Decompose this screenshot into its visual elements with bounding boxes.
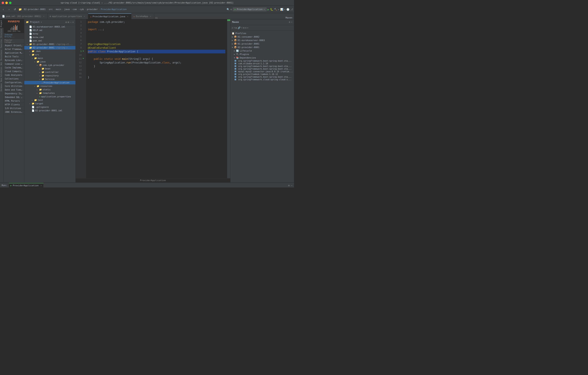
tab-provider-application[interactable]: ☕ ProviderApplication.java × <box>88 13 132 19</box>
cat-app-metrics[interactable]: Application Metric... <box>4 51 24 55</box>
run-tab-close[interactable]: × <box>41 184 42 187</box>
tab-pom-xml[interactable]: 📄 pom.xml (02-provider-8081) × <box>0 13 47 19</box>
window-controls[interactable] <box>2 2 11 4</box>
tree-mvnw-cmd[interactable]: 📄 mvnw.cmd <box>24 36 75 39</box>
dep-spring-boot-1[interactable]: org.springframework.boot:spring-boot-sta… <box>231 60 294 62</box>
tree-02-provider[interactable]: ▾ 📁 02-provider-8081 ~/spring-c... <box>24 46 75 50</box>
build-icon[interactable]: 🔨 <box>274 8 277 11</box>
coverage-icon[interactable]: ✔ <box>278 8 279 11</box>
cat-io-utils[interactable]: I/O Utilities <box>4 107 24 110</box>
breadcrumb-java[interactable]: java <box>64 8 70 11</box>
tree-repository[interactable]: ▸ 📁 repository <box>24 74 75 77</box>
git-icon[interactable]: ⎇ <box>290 8 293 11</box>
maven-minimize-icon[interactable]: − <box>291 21 292 23</box>
breadcrumb-class[interactable]: ProviderApplication <box>101 8 127 11</box>
cat-date-time[interactable]: Date and Time U... <box>4 88 24 92</box>
tab-close-icon[interactable]: × <box>42 15 45 18</box>
dep-spring-cloud[interactable]: org.springframework.cloud:spring-cloud-s… <box>231 78 294 81</box>
collapse-icon[interactable]: − <box>70 21 72 24</box>
tree-controller[interactable]: ▸ 📁 controller <box>24 71 75 74</box>
maven-link-icon[interactable]: 🔗 <box>238 27 241 29</box>
expand-icon[interactable]: ⊞ <box>68 21 69 24</box>
breadcrumb-main[interactable]: main <box>56 8 61 11</box>
breadcrumb-provider[interactable]: 02-provider-8081 <box>24 8 46 11</box>
dep-spring-boot-4[interactable]: org.springframework.boot:spring-boot-sta… <box>231 76 294 78</box>
vtab-structure[interactable]: Structure <box>0 28 3 38</box>
cat-dep-injection[interactable]: Dependency Inje... <box>4 92 24 95</box>
vtab-persistence[interactable]: Persistence <box>0 49 3 61</box>
vtab-bean-validation[interactable]: Bean Validation <box>0 66 3 82</box>
cat-core-utils[interactable]: Core Utilities <box>4 84 24 88</box>
back-button[interactable]: ‹ <box>1 7 6 12</box>
tree-bean[interactable]: ▸ 📁 bean <box>24 67 75 71</box>
tree-01-provider[interactable]: ▸ 📁 01-provider-8081 ~/spring-cl... <box>24 42 75 46</box>
maven-provider-8081-1[interactable]: ▸ 📦 01-provider-8081 <box>231 42 294 46</box>
vtab-database[interactable]: Database <box>0 82 3 92</box>
close-panel-icon[interactable]: × <box>72 21 74 24</box>
cat-cloud[interactable]: Cloud Computing <box>4 70 24 73</box>
cat-html-parsers[interactable]: HTML Parsers <box>4 99 24 103</box>
tree-pom-root[interactable]: 📄 pom.xml <box>24 39 75 42</box>
run-line-11[interactable]: ▶ <box>83 57 86 61</box>
tab-close-icon[interactable]: × <box>149 15 152 18</box>
cat-bytecode[interactable]: Bytecode Librarie... <box>4 59 24 62</box>
maven-consumer-8082[interactable]: ▸ 📦 01-consumer-8082 <box>231 35 294 39</box>
dep-spring-boot-2[interactable]: org.springframework.boot:spring-boot-sta… <box>231 65 294 68</box>
breadcrumb-com[interactable]: com <box>73 8 77 11</box>
tree-app-props[interactable]: ⚙ application.properties <box>24 95 75 98</box>
cat-actor-framework[interactable]: Actor Framework <box>4 47 24 51</box>
refresh-button[interactable]: ↺ <box>12 7 17 12</box>
run-line-9[interactable]: ▶ <box>83 50 86 53</box>
debug-icon[interactable]: 🐛 <box>270 8 273 11</box>
maven-lifecycle[interactable]: ▸ 🔄 Lifecycle <box>231 49 294 52</box>
search-everywhere-icon[interactable]: 🔍 <box>227 8 230 11</box>
tab-eureka-app[interactable]: ☕ EurekaApp × <box>131 13 154 19</box>
minimize-button[interactable] <box>5 2 8 4</box>
dep-mysql[interactable]: mysql:mysql-connector-java:8.0.19 (runti… <box>231 70 294 73</box>
maven-tab[interactable]: Maven <box>284 16 294 19</box>
maven-eureka-8083[interactable]: ▸ 📦 01-eurekaserver-8083 <box>231 39 294 42</box>
dep-spring-boot-3[interactable]: org.springframework.boot:spring-boot-sta… <box>231 68 294 70</box>
dep-lombok[interactable]: org.projectlombok:lombok:1.18.12 <box>231 73 294 76</box>
vtab-project[interactable]: Project <box>0 19 3 28</box>
maven-dependencies[interactable]: ▾ 📚 Dependencies <box>231 56 294 60</box>
tab-close-icon[interactable]: × <box>126 15 129 18</box>
tree-mvn[interactable]: ▸ 📁 .mvn <box>24 50 75 53</box>
code-editor[interactable]: package com.cyb.provider; import ...; @S… <box>86 19 227 178</box>
cat-embedded-sql[interactable]: Embedded SQL D... <box>4 95 24 99</box>
cat-jdbc[interactable]: JDBC Extensions <box>4 110 24 114</box>
maximize-button[interactable] <box>9 2 11 4</box>
vcs-icon[interactable]: ⊕ <box>284 8 285 11</box>
maven-add-icon[interactable]: + <box>234 27 235 29</box>
run-tab-provider[interactable]: ▶ ProviderApplication × <box>9 183 43 188</box>
maven-close-icon[interactable]: × <box>247 27 249 29</box>
cat-cache[interactable]: Cache Implement... <box>4 66 24 70</box>
cat-aspect-oriented[interactable]: Aspect Oriented <box>4 44 24 47</box>
settings-icon[interactable]: ⚙ <box>231 8 232 11</box>
vtab-web[interactable]: Web <box>0 61 3 66</box>
gear-icon[interactable]: ⚙ <box>65 21 67 24</box>
cat-config[interactable]: Configuration Lib... <box>4 81 24 84</box>
tree-java[interactable]: ▾ 📁 java <box>24 60 75 63</box>
cat-http-clients[interactable]: HTTP Clients <box>4 103 24 107</box>
breadcrumb-cyb[interactable]: cyb <box>80 8 84 11</box>
maven-download-icon[interactable]: ⬇ <box>241 27 243 29</box>
more-tabs[interactable]: +1 <box>155 17 158 19</box>
run-close-icon[interactable]: − <box>291 184 292 187</box>
tree-help[interactable]: 📄 HELP.md <box>24 29 75 32</box>
tree-src[interactable]: ▾ 📁 src <box>24 53 75 56</box>
maven-provider-8081-2[interactable]: ▾ 📦 02-provider-8081 <box>231 46 294 49</box>
cat-collections[interactable]: Collections <box>4 77 24 81</box>
tree-main[interactable]: ▾ 📁 main <box>24 56 75 60</box>
tree-provider-app[interactable]: ☕ ProviderApplication <box>24 81 75 84</box>
cat-command-line[interactable]: Command Line P... <box>4 62 24 66</box>
run-line-7[interactable] <box>83 42 86 46</box>
maven-plugins[interactable]: ▸ 🔌 Plugins <box>231 52 294 56</box>
vtab-favorites[interactable]: Favorites <box>0 38 3 49</box>
tab-close-icon[interactable]: × <box>83 15 86 18</box>
breadcrumb-src[interactable]: src <box>49 8 53 11</box>
tree-templates[interactable]: ▸ 📁 templates <box>24 91 75 95</box>
tree-service[interactable]: ▸ 📁 Service <box>24 77 75 81</box>
chevron-down-icon[interactable]: ▾ <box>41 21 42 23</box>
profile-icon[interactable]: 📊 <box>280 8 283 11</box>
